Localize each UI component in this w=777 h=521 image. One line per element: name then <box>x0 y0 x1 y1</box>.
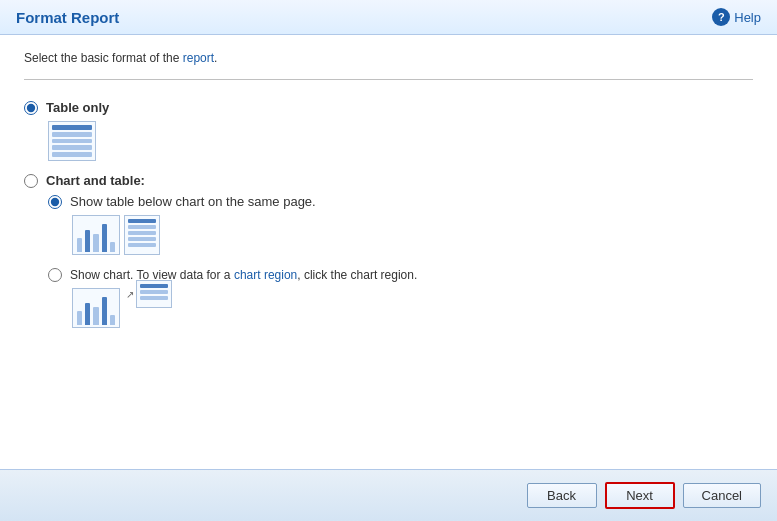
bar5 <box>110 242 115 252</box>
table-line-1 <box>52 125 92 130</box>
tline2 <box>128 225 156 229</box>
table-only-radio[interactable] <box>24 101 38 115</box>
chart-and-table-row: Chart and table: <box>24 173 753 188</box>
chart-table-combo-icon <box>72 215 160 255</box>
bar1 <box>77 238 82 252</box>
show-chart-label[interactable]: Show chart. To view data for a chart reg… <box>70 267 417 282</box>
table-line-3 <box>52 139 92 144</box>
sbar1 <box>77 311 82 325</box>
mini-bar-chart-only-icon <box>72 288 120 328</box>
table-line-4 <box>52 145 92 150</box>
show-table-below-label[interactable]: Show table below chart on the same page. <box>70 194 316 209</box>
sbar2 <box>85 303 90 325</box>
hline1 <box>140 284 168 288</box>
table-only-icon-area <box>48 121 753 161</box>
table-line-5 <box>52 152 92 157</box>
sbar5 <box>110 315 115 325</box>
content-area: Select the basic format of the report. T… <box>0 35 777 356</box>
show-table-below-row: Show table below chart on the same page. <box>48 194 753 209</box>
bar4 <box>102 224 107 252</box>
chart-and-table-group: Chart and table: Show table below chart … <box>24 173 753 328</box>
next-button[interactable]: Next <box>605 482 675 509</box>
table-only-label[interactable]: Table only <box>46 100 109 115</box>
sbar3 <box>93 307 98 325</box>
tline1 <box>128 219 156 223</box>
hline3 <box>140 296 168 300</box>
table-only-row: Table only <box>24 100 753 115</box>
help-label: Help <box>734 10 761 25</box>
dialog-header: Format Report ? Help <box>0 0 777 35</box>
chart-hover-hint: ↗ <box>126 280 172 308</box>
chart-and-table-radio[interactable] <box>24 174 38 188</box>
dialog-footer: Back Next Cancel <box>0 469 777 521</box>
table-only-icon <box>48 121 96 161</box>
back-button[interactable]: Back <box>527 483 597 508</box>
table-only-group: Table only <box>24 100 753 161</box>
help-icon: ? <box>712 8 730 26</box>
help-link[interactable]: ? Help <box>712 8 761 26</box>
cancel-button[interactable]: Cancel <box>683 483 761 508</box>
bar2 <box>85 230 90 252</box>
bar3 <box>93 234 98 252</box>
show-table-below-icons <box>72 215 753 255</box>
show-table-below-radio[interactable] <box>48 195 62 209</box>
hline2 <box>140 290 168 294</box>
mini-bar-chart-icon <box>72 215 120 255</box>
tline5 <box>128 243 156 247</box>
dialog-title: Format Report <box>16 9 119 26</box>
show-chart-radio[interactable] <box>48 268 62 282</box>
tline4 <box>128 237 156 241</box>
hover-table-icon <box>136 280 172 308</box>
show-chart-icons: ↗ <box>72 288 753 328</box>
subtitle-text: Select the basic format of the report. <box>24 51 753 65</box>
mini-table-beside-chart-icon <box>124 215 160 255</box>
chart-and-table-label[interactable]: Chart and table: <box>46 173 145 188</box>
divider <box>24 79 753 80</box>
sub-options-group: Show table below chart on the same page. <box>48 194 753 328</box>
show-chart-icon-wrapper: ↗ <box>72 288 120 328</box>
tline3 <box>128 231 156 235</box>
table-line-2 <box>52 132 92 137</box>
sbar4 <box>102 297 107 325</box>
